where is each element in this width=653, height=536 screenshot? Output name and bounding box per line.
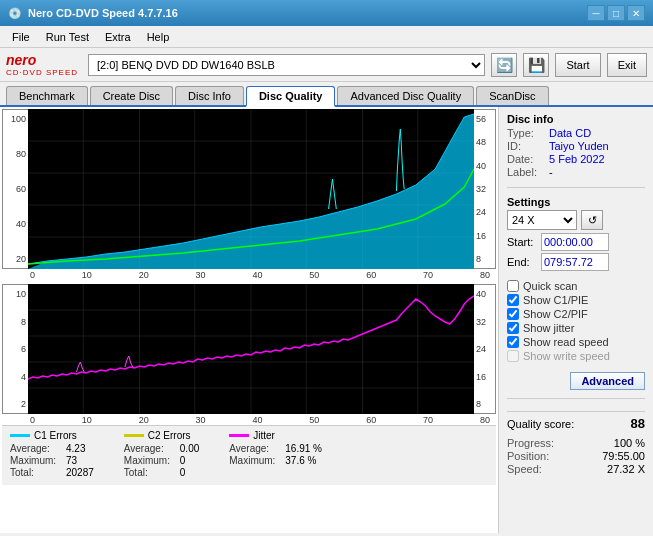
maximize-button[interactable]: □ <box>607 5 625 21</box>
bottom-chart-right-y-8: 8 <box>476 399 493 409</box>
showc2pif-label: Show C2/PIF <box>523 308 588 320</box>
id-label: ID: <box>507 140 545 152</box>
main-content: 100 80 60 40 20 <box>0 107 653 533</box>
minimize-button[interactable]: ─ <box>587 5 605 21</box>
divider-1 <box>507 187 645 188</box>
c2-average: 0.00 <box>180 443 199 454</box>
top-chart-right-y-48: 48 <box>476 137 493 147</box>
start-label: Start: <box>507 236 537 248</box>
save-icon[interactable]: 💾 <box>523 53 549 77</box>
c2-maximum: 0 <box>180 455 186 466</box>
showc2pif-checkbox[interactable] <box>507 308 519 320</box>
progress-label: Progress: <box>507 437 554 449</box>
top-chart-y-20: 20 <box>5 254 26 264</box>
quickscan-checkbox[interactable] <box>507 280 519 292</box>
top-chart-y-100: 100 <box>5 114 26 124</box>
position-value: 79:55.00 <box>602 450 645 462</box>
speed-select[interactable]: 24 X <box>507 210 577 230</box>
bottom-chart-right-y-16: 16 <box>476 372 493 382</box>
nero-logo-top: nero <box>6 52 36 68</box>
settings-section: Settings 24 X ↺ Start: End: <box>507 196 645 274</box>
showreadspeed-label: Show read speed <box>523 336 609 348</box>
nero-logo: nero CD·DVD SPEED <box>6 52 78 77</box>
progress-section: Progress: 100 % Position: 79:55.00 Speed… <box>507 437 645 476</box>
showc1pie-label: Show C1/PIE <box>523 294 588 306</box>
tabs: Benchmark Create Disc Disc Info Disc Qua… <box>0 82 653 107</box>
top-chart-x-axis: 0 10 20 30 40 50 60 70 80 <box>2 269 496 280</box>
bottom-chart-svg <box>28 284 474 414</box>
menu-bar: File Run Test Extra Help <box>0 26 653 48</box>
disc-info-section: Disc info Type: Data CD ID: Taiyo Yuden … <box>507 113 645 179</box>
top-chart-y-80: 80 <box>5 149 26 159</box>
c2-color-swatch <box>124 434 144 437</box>
end-time-field[interactable] <box>541 253 609 271</box>
jitter-maximum: 37.6 % <box>285 455 316 466</box>
close-button[interactable]: ✕ <box>627 5 645 21</box>
menu-file[interactable]: File <box>4 29 38 45</box>
tab-disc-info[interactable]: Disc Info <box>175 86 244 105</box>
right-panel: Disc info Type: Data CD ID: Taiyo Yuden … <box>498 107 653 533</box>
tab-advanced-disc-quality[interactable]: Advanced Disc Quality <box>337 86 474 105</box>
date-label: Date: <box>507 153 545 165</box>
progress-value: 100 % <box>614 437 645 449</box>
showjitter-label: Show jitter <box>523 322 574 334</box>
start-button[interactable]: Start <box>555 53 600 77</box>
showwritespeed-checkbox[interactable] <box>507 350 519 362</box>
menu-help[interactable]: Help <box>139 29 178 45</box>
top-chart-y-40: 40 <box>5 219 26 229</box>
top-chart-right-y-8: 8 <box>476 254 493 264</box>
disc-info-title: Disc info <box>507 113 645 125</box>
showjitter-checkbox[interactable] <box>507 322 519 334</box>
jitter-average: 16.91 % <box>285 443 322 454</box>
refresh-icon[interactable]: 🔄 <box>491 53 517 77</box>
showwritespeed-label: Show write speed <box>523 350 610 362</box>
top-chart-y-60: 60 <box>5 184 26 194</box>
quality-score-value: 88 <box>631 416 645 431</box>
c1-total: 20287 <box>66 467 94 478</box>
bottom-chart-right-y-40: 40 <box>476 289 493 299</box>
top-chart-right-y-40: 40 <box>476 161 493 171</box>
app-icon: 💿 <box>8 7 22 20</box>
legend-area: C1 Errors Average: 4.23 Maximum: 73 Tota… <box>2 425 496 485</box>
type-label: Type: <box>507 127 545 139</box>
top-chart-wrapper: 100 80 60 40 20 <box>2 109 496 269</box>
advanced-button[interactable]: Advanced <box>570 372 645 390</box>
settings-title: Settings <box>507 196 645 208</box>
showc1pie-checkbox[interactable] <box>507 294 519 306</box>
start-time-field[interactable] <box>541 233 609 251</box>
c1-maximum: 73 <box>66 455 77 466</box>
tab-disc-quality[interactable]: Disc Quality <box>246 86 336 107</box>
position-label: Position: <box>507 450 549 462</box>
speed-value: 27.32 X <box>607 463 645 475</box>
quality-score-row: Quality score: 88 <box>507 411 645 431</box>
menu-run-test[interactable]: Run Test <box>38 29 97 45</box>
bottom-chart-wrapper: 10 8 6 4 2 <box>2 284 496 414</box>
tab-create-disc[interactable]: Create Disc <box>90 86 173 105</box>
tab-benchmark[interactable]: Benchmark <box>6 86 88 105</box>
legend-c2: C2 Errors Average: 0.00 Maximum: 0 Total… <box>124 430 199 481</box>
top-chart-right-y-32: 32 <box>476 184 493 194</box>
toolbar: nero CD·DVD SPEED [2:0] BENQ DVD DD DW16… <box>0 48 653 82</box>
menu-extra[interactable]: Extra <box>97 29 139 45</box>
bottom-chart-right-y-32: 32 <box>476 317 493 327</box>
top-chart-right-y-56: 56 <box>476 114 493 124</box>
showreadspeed-checkbox[interactable] <box>507 336 519 348</box>
drive-select[interactable]: [2:0] BENQ DVD DD DW1640 BSLB <box>88 54 485 76</box>
c2-label: C2 Errors <box>148 430 191 441</box>
title-bar: 💿 Nero CD-DVD Speed 4.7.7.16 ─ □ ✕ <box>0 0 653 26</box>
speed-refresh-icon[interactable]: ↺ <box>581 210 603 230</box>
speed-label: Speed: <box>507 463 542 475</box>
top-chart-svg <box>28 109 474 269</box>
date-value: 5 Feb 2022 <box>549 153 605 165</box>
legend-c1: C1 Errors Average: 4.23 Maximum: 73 Tota… <box>10 430 94 481</box>
tab-scandisc[interactable]: ScanDisc <box>476 86 548 105</box>
top-chart-right-y-24: 24 <box>476 207 493 217</box>
nero-logo-bottom: CD·DVD SPEED <box>6 68 78 77</box>
title-bar-text: Nero CD-DVD Speed 4.7.7.16 <box>28 7 178 19</box>
type-value: Data CD <box>549 127 591 139</box>
exit-button[interactable]: Exit <box>607 53 647 77</box>
top-chart-right-y-16: 16 <box>476 231 493 241</box>
quality-score-label: Quality score: <box>507 418 574 430</box>
bottom-chart-right-y-24: 24 <box>476 344 493 354</box>
bottom-chart-x-axis: 0 10 20 30 40 50 60 70 80 <box>2 414 496 425</box>
